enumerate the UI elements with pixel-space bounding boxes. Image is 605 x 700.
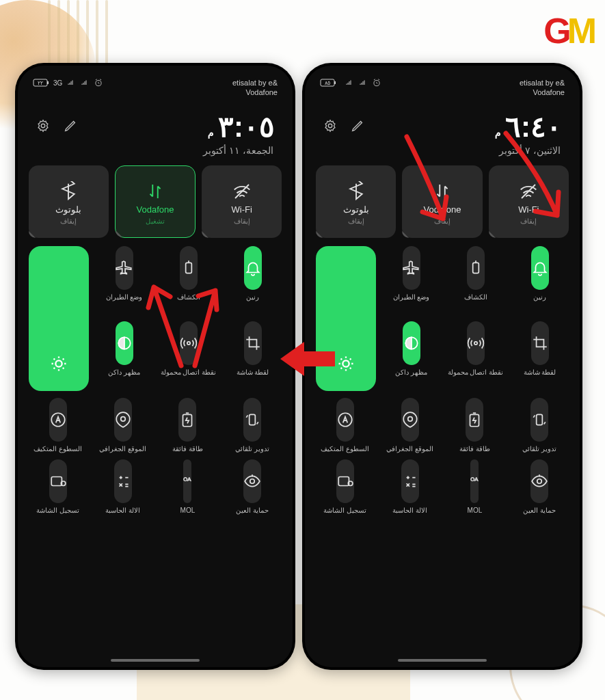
tile-status: إيقاف	[234, 217, 250, 225]
tile-label: طاقة فائقة	[172, 445, 203, 453]
home-indicator[interactable]	[111, 659, 200, 662]
tile-bell[interactable]	[244, 246, 262, 290]
tile-mol[interactable]: ᴼᴬ	[470, 459, 479, 503]
tile-label: تسجيل الشاشة	[36, 507, 79, 514]
tile-name: Wi-Fi	[232, 204, 252, 215]
tile-dark[interactable]	[403, 321, 420, 365]
tile-rec[interactable]	[336, 459, 354, 503]
annotation-arrow-left	[280, 335, 335, 386]
settings-button[interactable]	[36, 118, 51, 136]
logo-g: G	[543, 11, 567, 51]
annotation-arrow-3	[492, 126, 588, 239]
top-tile-bt[interactable]: بلوتوث إيقاف	[29, 165, 109, 238]
tile-plane[interactable]	[403, 246, 420, 290]
tile-label: MOL	[468, 507, 483, 514]
svg-marker-23	[280, 342, 335, 376]
svg-rect-18	[47, 81, 49, 84]
signal-icon-2	[80, 79, 90, 87]
signal-icon-2	[358, 79, 368, 87]
tile-label: تسجيل الشاشة	[323, 507, 366, 514]
edit-button[interactable]	[63, 118, 78, 136]
tile-calc[interactable]	[401, 459, 419, 503]
tile-eye[interactable]	[243, 459, 261, 503]
tile-crop[interactable]	[531, 321, 549, 365]
tile-crop[interactable]	[244, 321, 262, 365]
clock: ٣:٠٥ م	[208, 110, 275, 144]
top-tile-bt[interactable]: بلوتوث إيقاف	[316, 165, 396, 238]
tile-rotate[interactable]	[243, 398, 261, 442]
net-label: 3G	[53, 79, 62, 87]
alarm-icon	[94, 78, 103, 88]
tile-loc[interactable]	[114, 398, 132, 442]
tile-label: الموقع الجغرافي	[386, 445, 433, 453]
tile-label: الكشاف	[464, 293, 487, 301]
tile-hotspot[interactable]	[467, 321, 485, 365]
tile-label: تدوير تلقائي	[522, 445, 556, 453]
annotation-arrow-2	[396, 130, 485, 242]
tile-label: نقطة اتصال محمولة	[448, 368, 504, 376]
tile-auto[interactable]	[49, 398, 67, 442]
time: ٣:٠٥	[218, 110, 275, 144]
tile-label: السطوع المتكيف	[321, 445, 369, 453]
carrier-label: etisalat by e& Vodafone	[232, 78, 278, 98]
tile-name: Vodafone	[137, 204, 174, 215]
signal-icon	[66, 79, 76, 87]
status-bar: ٢٢ 3G etisalat by e& Vodafone	[26, 74, 284, 99]
logo: GM	[543, 10, 593, 51]
tile-label: وضع الطيران	[106, 293, 143, 301]
tile-calc[interactable]	[114, 459, 132, 503]
tile-mol[interactable]: ᴼᴬ	[183, 459, 191, 503]
top-tile-data[interactable]: Vodafone تشغيل	[115, 165, 196, 238]
annotation-arrow-1	[140, 273, 222, 372]
svg-rect-21	[334, 81, 336, 84]
tile-label: حماية العين	[236, 507, 269, 514]
tile-rec[interactable]	[49, 459, 67, 503]
signal-icon	[345, 79, 354, 87]
tile-status: إيقاف	[348, 217, 364, 225]
tile-label: لقطة شاشة	[524, 368, 556, 376]
tile-label: الموقع الجغرافي	[99, 445, 146, 453]
tile-label: طاقة فائقة	[459, 445, 490, 453]
carrier-label: etisalat by e& Vodafone	[520, 78, 565, 98]
battery-icon: ٨٥	[320, 79, 336, 87]
tile-loc[interactable]	[401, 398, 419, 442]
tile-label: تدوير تلقائي	[235, 445, 269, 453]
home-indicator[interactable]	[398, 659, 487, 662]
brightness-slider[interactable]	[29, 246, 89, 391]
tile-rotate[interactable]	[530, 398, 548, 442]
tile-bell[interactable]	[531, 246, 549, 290]
ampm: م	[208, 127, 214, 138]
tile-plane[interactable]	[116, 246, 133, 290]
battery-icon: ٢٢	[33, 79, 49, 87]
tile-label: وضع الطيران	[393, 293, 430, 301]
tile-eye[interactable]	[530, 459, 548, 503]
settings-button[interactable]	[323, 118, 338, 136]
tile-label: الالة الحاسبة	[392, 507, 427, 514]
tile-status: تشغيل	[146, 217, 165, 225]
tile-dark[interactable]	[116, 321, 133, 365]
edit-button[interactable]	[350, 118, 365, 136]
tile-torch[interactable]	[467, 246, 485, 290]
tile-label: لقطة شاشة	[237, 368, 269, 376]
tile-label: MOL	[180, 507, 196, 514]
top-tile-wifi[interactable]: Wi-Fi إيقاف	[202, 165, 282, 238]
tile-auto[interactable]	[336, 398, 354, 442]
tile-label: حماية العين	[523, 507, 556, 514]
tile-label: مظهر داكن	[108, 368, 140, 376]
tile-name: بلوتوث	[343, 204, 369, 215]
tile-name: بلوتوث	[55, 204, 81, 215]
svg-text:٨٥: ٨٥	[325, 80, 330, 86]
svg-text:٢٢: ٢٢	[38, 80, 43, 86]
tile-label: الالة الحاسبة	[105, 507, 140, 514]
tile-label: رنين	[533, 293, 546, 301]
tile-status: إيقاف	[60, 217, 77, 225]
date: الجمعة، ١١ أكتوبر	[26, 144, 284, 165]
tile-label: مظهر داكن	[395, 368, 427, 376]
tile-battery[interactable]	[178, 398, 196, 442]
tile-label: رنين	[246, 293, 259, 301]
tile-label: السطوع المتكيف	[33, 445, 82, 453]
tile-battery[interactable]	[466, 398, 483, 442]
alarm-icon	[372, 78, 381, 88]
logo-m: M	[567, 11, 593, 51]
status-bar: ٨٥ etisalat by e& Vodafone	[313, 74, 572, 99]
